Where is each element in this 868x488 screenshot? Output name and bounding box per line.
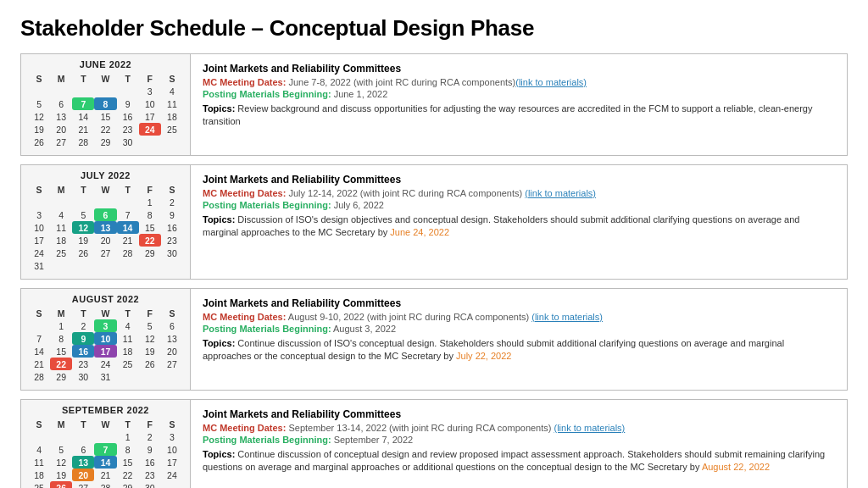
mc-value-august: August 9-10, 2022 (with joint RC during … [286, 312, 531, 322]
page-title: Stakeholder Schedule – Conceptual Design… [20, 15, 848, 42]
posting-august: Posting Materials Beginning: August 3, 2… [203, 324, 835, 334]
committee-title-september: Joint Markets and Reliability Committees [203, 408, 835, 420]
table-row: 12 13 14 15 16 17 18 [28, 110, 183, 123]
cal-title-september: SEPTEMBER 2022 [28, 405, 183, 415]
cal-table-july: S M T W T F S [28, 184, 183, 272]
posting-value-july: July 6, 2022 [331, 200, 384, 210]
section-august: AUGUST 2022 S M T W T F S [20, 288, 848, 391]
topics-label-july: Topics: [203, 214, 235, 225]
info-july: Joint Markets and Reliability Committees… [191, 165, 847, 279]
table-row: 10 11 12 13 14 15 16 [28, 221, 183, 234]
committee-title-august: Joint Markets and Reliability Committees [203, 297, 835, 309]
table-row: 18 19 20 21 22 23 24 [28, 469, 183, 481]
cal-title-august: AUGUST 2022 [28, 294, 183, 304]
topics-june: Topics: Review background and discuss op… [203, 103, 835, 129]
page-container: Stakeholder Schedule – Conceptual Design… [0, 0, 868, 488]
topics-text-june: Review background and discuss opportunit… [203, 103, 812, 126]
committee-title-june: Joint Markets and Reliability Committees [203, 63, 835, 75]
table-row: 3 4 [28, 85, 183, 97]
mc-label-june: MC Meeting Dates: [203, 77, 286, 87]
mc-link-september[interactable]: (link to materials) [554, 423, 626, 433]
mc-link-june[interactable]: (link to materials) [515, 77, 587, 87]
mc-value-september: September 13-14, 2022 (with joint RC dur… [286, 423, 554, 433]
table-row: 11 12 13 14 15 16 17 [28, 456, 183, 469]
table-row: 19 20 21 22 23 24 25 [28, 123, 183, 136]
mc-dates-august: MC Meeting Dates: August 9-10, 2022 (wit… [203, 312, 835, 322]
table-row: 7 8 9 10 11 12 13 [28, 332, 183, 345]
topics-label-september: Topics: [203, 449, 235, 459]
topics-august: Topics: Continue discussion of ISO's con… [203, 337, 835, 363]
info-june: Joint Markets and Reliability Committees… [191, 54, 847, 155]
col-fri: F [139, 73, 161, 85]
posting-september: Posting Materials Beginning: September 7… [203, 435, 835, 445]
cal-table-june: S M T W T F S [28, 73, 183, 148]
mc-dates-september: MC Meeting Dates: September 13-14, 2022 … [203, 423, 835, 433]
table-row: 31 [28, 259, 183, 272]
calendar-june: JUNE 2022 S M T W T F S [21, 54, 191, 155]
info-september: Joint Markets and Reliability Committees… [191, 400, 847, 488]
section-june: JUNE 2022 S M T W T F S [20, 53, 848, 156]
posting-label-june: Posting Materials Beginning: [203, 89, 331, 99]
posting-value-august: August 3, 2022 [331, 324, 396, 334]
table-row: 24 25 26 27 28 29 30 [28, 247, 183, 259]
table-row: 28 29 30 31 [28, 370, 183, 383]
table-row: 1 2 [28, 196, 183, 208]
mc-link-july[interactable]: (link to materials) [525, 188, 596, 198]
topics-label-june: Topics: [203, 103, 235, 114]
table-row: 1 2 3 4 5 6 [28, 319, 183, 332]
topics-date-september: August 22, 2022 [702, 462, 770, 472]
topics-date-august: July 22, 2022 [456, 351, 511, 361]
posting-label-july: Posting Materials Beginning: [203, 200, 331, 210]
calendar-september: SEPTEMBER 2022 S M T W T F S [21, 400, 191, 488]
col-thu: T [117, 73, 139, 85]
cal-title-july: JULY 2022 [28, 170, 183, 180]
topics-july: Topics: Discussion of ISO's design objec… [203, 214, 835, 240]
cal-title-june: JUNE 2022 [28, 59, 183, 69]
mc-label-july: MC Meeting Dates: [203, 188, 286, 198]
mc-label-august: MC Meeting Dates: [203, 312, 286, 322]
topics-label-august: Topics: [203, 338, 235, 348]
posting-label-september: Posting Materials Beginning: [203, 435, 331, 445]
table-row: 5 6 7 8 9 10 11 [28, 97, 183, 110]
table-row: 21 22 23 24 25 26 27 [28, 358, 183, 370]
mc-value-july: July 12-14, 2022 (with joint RC during R… [286, 188, 525, 198]
table-row: 25 26 27 28 29 30 [28, 481, 183, 488]
info-august: Joint Markets and Reliability Committees… [191, 289, 847, 390]
table-row: 4 5 6 7 8 9 10 [28, 443, 183, 456]
committee-title-july: Joint Markets and Reliability Committees [203, 174, 835, 186]
table-row: 26 27 28 29 30 [28, 136, 183, 148]
col-sun: S [28, 73, 50, 85]
section-september: SEPTEMBER 2022 S M T W T F S [20, 399, 848, 488]
col-wed: W [94, 73, 116, 85]
table-row: 1 2 3 [28, 430, 183, 443]
col-mon: M [50, 73, 72, 85]
table-row: 17 18 19 20 21 22 23 [28, 234, 183, 247]
posting-value-september: September 7, 2022 [331, 435, 414, 445]
posting-july: Posting Materials Beginning: July 6, 202… [203, 200, 835, 210]
col-sat: S [161, 73, 183, 85]
cal-table-august: S M T W T F S 1 2 3 4 [28, 308, 183, 383]
posting-june: Posting Materials Beginning: June 1, 202… [203, 89, 835, 99]
mc-label-september: MC Meeting Dates: [203, 423, 286, 433]
mc-value-june: June 7-8, 2022 (with joint RC during RCA… [286, 77, 515, 87]
topics-text-july: Discussion of ISO's design objectives an… [203, 214, 799, 237]
mc-dates-july: MC Meeting Dates: July 12-14, 2022 (with… [203, 188, 835, 198]
cal-table-september: S M T W T F S 1 [28, 419, 183, 488]
table-row: 14 15 16 17 18 19 20 [28, 345, 183, 358]
posting-label-august: Posting Materials Beginning: [203, 324, 331, 334]
col-tue: T [72, 73, 94, 85]
mc-link-august[interactable]: (link to materials) [531, 312, 603, 322]
topics-date-july: June 24, 2022 [390, 227, 449, 237]
calendar-july: JULY 2022 S M T W T F S [21, 165, 191, 279]
topics-september: Topics: Continue discussion of conceptua… [203, 448, 835, 474]
section-july: JULY 2022 S M T W T F S [20, 164, 848, 280]
posting-value-june: June 1, 2022 [331, 89, 388, 99]
mc-dates-june: MC Meeting Dates: June 7-8, 2022 (with j… [203, 77, 835, 87]
table-row: 3 4 5 6 7 8 9 [28, 208, 183, 221]
calendar-august: AUGUST 2022 S M T W T F S [21, 289, 191, 390]
